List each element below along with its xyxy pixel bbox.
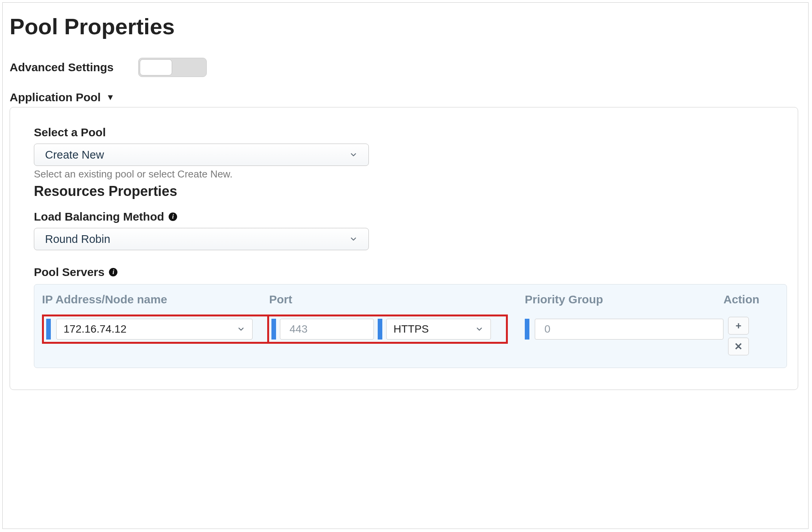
chevron-down-icon — [349, 235, 358, 243]
page-title: Pool Properties — [10, 13, 805, 39]
info-icon[interactable]: i — [169, 212, 177, 221]
port-value: 443 — [290, 323, 308, 335]
edited-indicator-bar — [525, 319, 529, 340]
plus-icon: + — [735, 320, 741, 332]
advanced-settings-row: Advanced Settings — [10, 58, 805, 77]
advanced-settings-toggle[interactable] — [138, 58, 207, 77]
pool-servers-field-label: Pool Servers i — [34, 266, 787, 279]
table-header-row: IP Address/Node name Port Priority Group… — [34, 284, 787, 315]
priority-group-value: 0 — [544, 323, 551, 335]
port-input[interactable]: 443 — [280, 319, 374, 340]
select-pool-hint: Select an existing pool or select Create… — [34, 168, 787, 180]
column-header-port: Port — [269, 293, 508, 306]
priority-cell: 0 — [508, 315, 723, 340]
section-application-pool-header[interactable]: Application Pool ▼ — [10, 91, 805, 104]
ip-address-value: 172.16.74.12 — [64, 323, 127, 335]
close-icon: ✕ — [734, 341, 743, 353]
select-pool-value: Create New — [45, 149, 104, 161]
chevron-down-icon — [349, 151, 358, 159]
priority-group-input[interactable]: 0 — [535, 319, 723, 340]
edited-indicator-bar — [46, 319, 51, 340]
pool-properties-panel: Pool Properties Advanced Settings Applic… — [2, 2, 809, 529]
load-balancing-method-value: Round Robin — [45, 233, 110, 246]
select-pool-dropdown[interactable]: Create New — [34, 144, 369, 166]
column-header-priority: Priority Group — [508, 293, 723, 306]
protocol-dropdown[interactable]: HTTPS — [386, 319, 491, 340]
select-pool-label: Select a Pool — [34, 126, 106, 139]
ip-address-combobox[interactable]: 172.16.74.12 — [56, 319, 253, 340]
port-cell-highlight: 443 HTTPS — [267, 315, 508, 344]
chevron-down-icon — [475, 325, 484, 333]
load-balancing-method-dropdown[interactable]: Round Robin — [34, 228, 369, 250]
select-pool-field-label: Select a Pool — [34, 126, 787, 139]
ip-cell-highlight: 172.16.74.12 — [42, 315, 269, 344]
edited-indicator-bar — [271, 319, 276, 340]
column-header-action: Action — [723, 293, 785, 306]
chevron-down-icon — [237, 325, 245, 333]
table-row: 172.16.74.12 443 HTTPS — [34, 315, 787, 355]
remove-row-button[interactable]: ✕ — [728, 338, 749, 355]
section-application-pool-body: Select a Pool Create New Select an exist… — [10, 107, 798, 390]
pool-servers-label: Pool Servers — [34, 266, 104, 279]
toggle-knob — [140, 59, 172, 75]
load-balancing-method-label: Load Balancing Method — [34, 210, 164, 223]
protocol-value: HTTPS — [393, 323, 429, 335]
load-balancing-method-field-label: Load Balancing Method i — [34, 210, 787, 223]
column-header-ip: IP Address/Node name — [42, 293, 269, 306]
resources-properties-heading: Resources Properties — [34, 183, 787, 199]
edited-indicator-bar — [378, 319, 382, 340]
action-cell: + ✕ — [723, 315, 785, 355]
add-row-button[interactable]: + — [728, 317, 749, 335]
caret-down-icon: ▼ — [106, 92, 115, 102]
info-icon[interactable]: i — [109, 268, 117, 276]
section-application-pool-label: Application Pool — [10, 91, 101, 104]
pool-servers-table: IP Address/Node name Port Priority Group… — [34, 284, 787, 368]
advanced-settings-label: Advanced Settings — [10, 61, 114, 74]
